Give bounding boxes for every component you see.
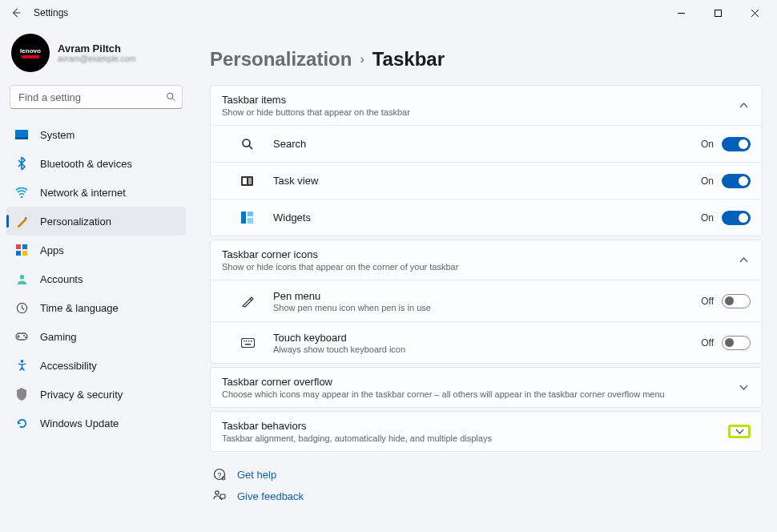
personalization-icon xyxy=(14,216,29,228)
svg-rect-29 xyxy=(244,341,245,342)
nav-time-language[interactable]: Time & language xyxy=(6,293,186,322)
bluetooth-icon xyxy=(14,157,29,170)
row-label: Touch keyboard xyxy=(273,332,701,344)
system-icon xyxy=(14,130,29,139)
breadcrumb: Personalization › Taskbar xyxy=(210,48,763,71)
svg-rect-26 xyxy=(248,212,253,216)
nav-personalization[interactable]: Personalization xyxy=(6,207,186,236)
nav-apps[interactable]: Apps xyxy=(6,236,186,264)
svg-rect-13 xyxy=(22,251,27,256)
svg-rect-7 xyxy=(15,137,28,139)
nav-label: Accessibility xyxy=(40,360,97,372)
accounts-icon xyxy=(14,273,29,285)
feedback-label: Give feedback xyxy=(237,490,304,502)
svg-rect-30 xyxy=(246,341,248,342)
section-behaviors[interactable]: Taskbar behaviors Taskbar alignment, bad… xyxy=(211,412,762,451)
svg-point-8 xyxy=(21,195,22,197)
nav-bluetooth[interactable]: Bluetooth & devices xyxy=(6,149,186,178)
svg-line-5 xyxy=(172,99,175,101)
row-sub: Always show touch keyboard icon xyxy=(273,345,701,354)
keyboard-icon xyxy=(241,338,273,348)
get-help-link[interactable]: ? Get help xyxy=(213,463,763,486)
svg-rect-32 xyxy=(251,341,252,342)
nav-accounts[interactable]: Accounts xyxy=(6,264,186,293)
svg-rect-31 xyxy=(248,341,250,342)
nav-system[interactable]: System xyxy=(6,120,186,149)
nav-label: Apps xyxy=(40,244,64,256)
nav-label: Bluetooth & devices xyxy=(40,158,132,170)
toggle-state: On xyxy=(701,139,714,150)
nav-label: Network & internet xyxy=(40,187,126,199)
svg-rect-11 xyxy=(22,244,27,249)
search-icon xyxy=(166,92,176,103)
section-title: Taskbar corner overflow xyxy=(222,376,736,388)
svg-rect-33 xyxy=(245,344,251,345)
minimize-button[interactable] xyxy=(665,2,697,24)
svg-point-18 xyxy=(25,337,26,338)
section-desc: Show or hide icons that appear on the co… xyxy=(222,262,736,272)
time-icon xyxy=(14,302,29,314)
svg-rect-38 xyxy=(220,494,225,498)
nav-accessibility[interactable]: Accessibility xyxy=(6,351,186,380)
back-button[interactable] xyxy=(6,3,26,22)
highlighted-expand xyxy=(728,425,751,438)
row-search: Search On xyxy=(211,125,762,162)
row-label: Task view xyxy=(273,175,701,187)
row-label: Pen menu xyxy=(273,290,701,302)
user-profile[interactable]: lenovo Avram Piltch avram@example.com xyxy=(6,30,186,80)
svg-point-20 xyxy=(243,139,250,147)
nav-privacy[interactable]: Privacy & security xyxy=(6,380,186,409)
search-input[interactable] xyxy=(10,85,183,109)
svg-text:?: ? xyxy=(217,471,221,479)
toggle-taskview[interactable] xyxy=(722,174,751,188)
svg-point-37 xyxy=(215,491,219,494)
chevron-down-icon xyxy=(736,385,751,390)
apps-icon xyxy=(14,244,29,256)
user-email: avram@example.com xyxy=(58,54,135,63)
toggle-touch-keyboard[interactable] xyxy=(722,336,751,350)
search-container xyxy=(10,85,183,109)
privacy-icon xyxy=(14,388,29,401)
section-taskbar-items[interactable]: Taskbar items Show or hide buttons that … xyxy=(211,86,762,125)
gaming-icon xyxy=(14,332,29,341)
nav-gaming[interactable]: Gaming xyxy=(6,322,186,351)
breadcrumb-parent[interactable]: Personalization xyxy=(210,48,352,71)
nav-network[interactable]: Network & internet xyxy=(6,178,186,207)
chevron-up-icon xyxy=(736,257,751,263)
chevron-up-icon xyxy=(736,103,751,108)
nav-label: Time & language xyxy=(40,302,119,314)
toggle-widgets[interactable] xyxy=(722,211,751,225)
row-taskview: Task view On xyxy=(211,162,762,199)
user-name: Avram Piltch xyxy=(58,42,135,54)
avatar: lenovo xyxy=(11,34,50,72)
section-desc: Taskbar alignment, badging, automaticall… xyxy=(222,433,728,443)
row-widgets: Widgets On xyxy=(211,199,762,236)
section-title: Taskbar behaviors xyxy=(222,420,728,432)
app-title: Settings xyxy=(34,7,68,18)
update-icon xyxy=(14,417,29,429)
close-button[interactable] xyxy=(739,2,771,24)
toggle-state: Off xyxy=(701,296,714,307)
svg-rect-24 xyxy=(248,178,252,184)
toggle-state: On xyxy=(701,212,714,224)
section-title: Taskbar corner icons xyxy=(222,248,736,260)
section-corner-icons[interactable]: Taskbar corner icons Show or hide icons … xyxy=(211,240,762,280)
help-label: Get help xyxy=(237,469,276,481)
svg-point-19 xyxy=(20,360,23,363)
search-icon xyxy=(241,138,273,151)
section-overflow[interactable]: Taskbar corner overflow Choose which ico… xyxy=(211,368,762,407)
nav-label: System xyxy=(40,129,74,141)
chevron-right-icon: › xyxy=(360,52,364,66)
toggle-search[interactable] xyxy=(722,137,751,151)
toggle-pen-menu[interactable] xyxy=(722,294,751,308)
feedback-link[interactable]: Give feedback xyxy=(213,486,763,507)
feedback-icon xyxy=(213,490,226,502)
svg-point-14 xyxy=(19,274,24,279)
maximize-button[interactable] xyxy=(702,2,734,24)
toggle-state: Off xyxy=(701,337,714,349)
nav-label: Windows Update xyxy=(40,417,119,429)
widgets-icon xyxy=(241,212,273,224)
nav-windows-update[interactable]: Windows Update xyxy=(6,409,186,437)
svg-rect-25 xyxy=(241,212,246,224)
chevron-down-icon[interactable] xyxy=(732,429,747,434)
